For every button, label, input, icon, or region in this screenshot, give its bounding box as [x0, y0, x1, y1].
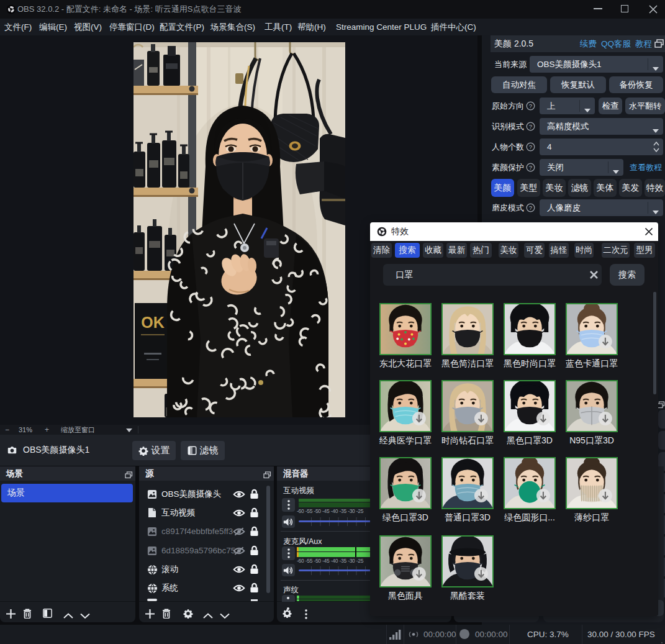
svg-text:OK: OK	[141, 314, 165, 331]
svg-text:?: ?	[529, 123, 532, 130]
svg-text:?: ?	[529, 204, 532, 211]
svg-text:?: ?	[529, 102, 532, 109]
svg-text:?: ?	[529, 143, 532, 150]
svg-text:?: ?	[529, 164, 532, 171]
